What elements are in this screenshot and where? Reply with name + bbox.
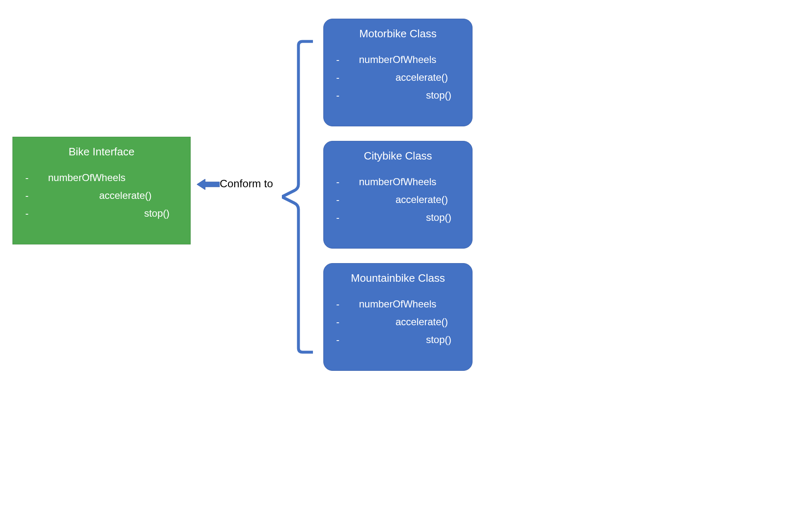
class-member: - numberOfWheels bbox=[336, 295, 460, 313]
dash-icon: - bbox=[336, 331, 359, 348]
dash-icon: - bbox=[336, 313, 359, 331]
dash-icon: - bbox=[336, 68, 359, 86]
svg-marker-0 bbox=[197, 179, 220, 190]
class-member: - stop() bbox=[336, 331, 460, 348]
dash-icon: - bbox=[25, 186, 48, 204]
class-member-label: accelerate() bbox=[359, 191, 460, 208]
dash-icon: - bbox=[25, 169, 48, 186]
class-members: - numberOfWheels - accelerate() - stop() bbox=[336, 295, 460, 349]
dash-icon: - bbox=[336, 208, 359, 226]
class-box-motorbike: Motorbike Class - numberOfWheels - accel… bbox=[323, 19, 473, 126]
class-member-label: numberOfWheels bbox=[359, 173, 460, 191]
class-box-citybike: Citybike Class - numberOfWheels - accele… bbox=[323, 141, 473, 249]
interface-member: - numberOfWheels bbox=[25, 169, 178, 186]
dash-icon: - bbox=[336, 295, 359, 313]
class-member-label: stop() bbox=[359, 208, 460, 226]
interface-members: - numberOfWheels - accelerate() - stop() bbox=[25, 169, 178, 222]
class-member: - stop() bbox=[336, 86, 460, 104]
conform-label: Conform to bbox=[220, 177, 273, 190]
class-member: - accelerate() bbox=[336, 68, 460, 86]
class-member-label: accelerate() bbox=[359, 68, 460, 86]
class-member-label: stop() bbox=[359, 331, 460, 348]
class-member: - numberOfWheels bbox=[336, 51, 460, 68]
class-member-label: numberOfWheels bbox=[359, 295, 460, 313]
interface-member: - accelerate() bbox=[25, 186, 178, 204]
dash-icon: - bbox=[25, 204, 48, 222]
class-member-label: numberOfWheels bbox=[359, 51, 460, 68]
interface-member-label: stop() bbox=[48, 204, 178, 222]
class-member-label: stop() bbox=[359, 86, 460, 104]
class-member: - stop() bbox=[336, 208, 460, 226]
interface-title: Bike Interface bbox=[25, 145, 178, 158]
interface-member-label: accelerate() bbox=[48, 186, 178, 204]
bracket-connector-icon bbox=[282, 39, 313, 354]
class-box-mountainbike: Mountainbike Class - numberOfWheels - ac… bbox=[323, 263, 473, 371]
interface-member: - stop() bbox=[25, 204, 178, 222]
class-member-label: accelerate() bbox=[359, 313, 460, 331]
interface-box: Bike Interface - numberOfWheels - accele… bbox=[12, 137, 191, 244]
class-member: - accelerate() bbox=[336, 313, 460, 331]
interface-member-label: numberOfWheels bbox=[48, 169, 178, 186]
class-title: Citybike Class bbox=[336, 150, 460, 162]
arrow-left-icon bbox=[197, 179, 220, 190]
class-member: - accelerate() bbox=[336, 191, 460, 208]
dash-icon: - bbox=[336, 191, 359, 208]
dash-icon: - bbox=[336, 51, 359, 68]
class-title: Mountainbike Class bbox=[336, 272, 460, 285]
class-members: - numberOfWheels - accelerate() - stop() bbox=[336, 173, 460, 227]
dash-icon: - bbox=[336, 173, 359, 191]
class-members: - numberOfWheels - accelerate() - stop() bbox=[336, 51, 460, 104]
class-title: Motorbike Class bbox=[336, 27, 460, 40]
dash-icon: - bbox=[336, 86, 359, 104]
class-member: - numberOfWheels bbox=[336, 173, 460, 191]
